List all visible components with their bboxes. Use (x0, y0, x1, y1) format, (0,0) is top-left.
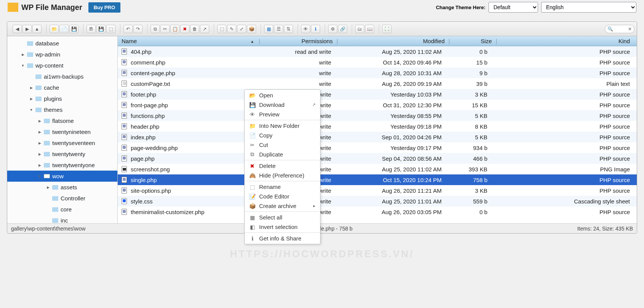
empty-button[interactable]: 🗑 (190, 25, 199, 33)
file-row[interactable]: header.phpwriteYesterday 09:18 PM8 KBPHP… (118, 121, 637, 132)
buy-pro-button[interactable]: Buy PRO (88, 2, 120, 13)
close-icon[interactable]: ✕ (628, 26, 632, 32)
tree-node-themes[interactable]: ▼themes (7, 104, 117, 115)
tree-node-flatsome[interactable]: ▶flatsome (7, 115, 117, 126)
search-box[interactable]: 🔍 ✕ (605, 25, 634, 33)
resize-button[interactable]: ⤢ (237, 25, 246, 33)
file-row[interactable]: page.phpwriteSep 04, 2020 08:56 AM466 bP… (118, 153, 637, 164)
context-item-rename[interactable]: ⬚Rename (245, 182, 320, 192)
tree-node-assets[interactable]: ▶assets (7, 182, 117, 193)
back-button[interactable]: ◀ (13, 25, 22, 33)
delete-button[interactable]: ✖ (180, 25, 189, 33)
upload-button[interactable]: 💾 (69, 25, 78, 33)
copy-button[interactable]: ⧉ (151, 25, 160, 33)
expand-arrow-icon[interactable]: ▶ (44, 185, 52, 189)
sort-button[interactable]: ⇅ (284, 25, 293, 33)
context-item-copy[interactable]: 📄Copy (245, 131, 320, 140)
file-row[interactable]: footer.phpwriteYesterday 10:03 PM3 KBPHP… (118, 89, 637, 100)
forward-button[interactable]: ▶ (22, 25, 32, 33)
context-item-hide-preference-[interactable]: 🙈Hide (Preference) (245, 171, 320, 180)
view-grid-button[interactable]: ▦ (264, 25, 273, 33)
fullscreen-button[interactable]: ⛶ (382, 25, 391, 33)
settings-button[interactable]: ⚙ (328, 25, 337, 33)
preview-button[interactable]: 👁 (301, 25, 310, 33)
expand-arrow-icon[interactable]: ▶ (35, 152, 44, 156)
paste-button[interactable]: 📋 (170, 25, 179, 33)
context-item-cut[interactable]: ✂Cut (245, 140, 320, 150)
tree-node-ai1wm-backups[interactable]: ai1wm-backups (7, 71, 117, 82)
places-button[interactable]: 🗂 (355, 25, 364, 33)
file-row[interactable]: site-options.phpwriteAug 26, 2020 11:21 … (118, 185, 637, 196)
tree-node-wow[interactable]: ▼wow (7, 171, 117, 182)
tree-node-controller[interactable]: Controller (7, 193, 117, 204)
expand-arrow-icon[interactable]: ▼ (19, 64, 27, 68)
col-name-header[interactable]: Name▲ (118, 38, 259, 44)
file-row[interactable]: 404.phpread and writeAug 25, 2020 11:02 … (118, 46, 637, 57)
context-item-delete[interactable]: ✖Delete (245, 161, 320, 171)
file-row[interactable]: comment.phpwriteOct 14, 2020 09:46 PM15 … (118, 57, 637, 68)
new-file-button[interactable]: 📄 (59, 25, 69, 33)
expand-arrow-icon[interactable]: ▶ (35, 130, 44, 134)
context-item-duplicate[interactable]: ⧉Duplicate (245, 150, 320, 159)
tree-node-twentynineteen[interactable]: ▶twentynineteen (7, 126, 117, 137)
cut-button[interactable]: ✂ (160, 25, 170, 33)
context-item-into-new-folder[interactable]: 📁Into New Folder (245, 121, 320, 131)
file-row[interactable]: functions.phpwriteYesterday 08:55 PM5 KB… (118, 110, 637, 121)
tree-node-twentytwentyone[interactable]: ▶twentytwentyone (7, 160, 117, 171)
expand-arrow-icon[interactable]: ▶ (35, 119, 44, 123)
share-button[interactable]: ↗ (200, 25, 209, 33)
tree-node-cache[interactable]: ▶cache (7, 82, 117, 93)
tree-node-twentytwenty[interactable]: ▶twentytwenty (7, 148, 117, 160)
file-row[interactable]: page-wedding.phpwriteYesterday 09:17 PM9… (118, 142, 637, 153)
context-item-preview[interactable]: 👁Preview (245, 110, 320, 119)
rename-button[interactable]: ⬚ (217, 25, 226, 33)
tree-node-wp-content[interactable]: ▼wp-content (7, 60, 117, 71)
file-row[interactable]: index.phpwriteSep 01, 2020 04:26 PM5 KBP… (118, 132, 637, 142)
context-item-invert-selection[interactable]: ◧Invert selection (245, 222, 320, 232)
folder-tree[interactable]: database▶wp-admin▼wp-contentai1wm-backup… (7, 36, 118, 223)
info-button[interactable]: ℹ (311, 25, 320, 33)
file-row[interactable]: customPage.txtwriteAug 26, 2020 09:19 AM… (118, 78, 637, 89)
file-row[interactable]: single.phpwriteOct 15, 2020 10:24 PM758 … (118, 174, 637, 185)
open-button[interactable]: 🖹 (87, 25, 96, 33)
file-row[interactable]: front-page.phpwriteOct 31, 2020 12:30 PM… (118, 100, 637, 110)
select-button[interactable]: ⬚ (106, 25, 115, 33)
file-row[interactable]: theminimalist-customizer.phpwriteAug 26,… (118, 206, 637, 217)
context-item-download[interactable]: 💾Download↗ (245, 100, 320, 110)
help-button[interactable]: 📖 (365, 25, 374, 33)
col-modified-header[interactable]: Modified (338, 38, 449, 44)
link-button[interactable]: 🔗 (338, 25, 347, 33)
col-kind-header[interactable]: Kind (497, 38, 637, 44)
tree-node-twentyseventeen[interactable]: ▶twentyseventeen (7, 137, 117, 148)
language-select[interactable]: English (541, 2, 636, 13)
tree-node-plugins[interactable]: ▶plugins (7, 93, 117, 104)
redo-button[interactable]: ↷ (133, 25, 143, 33)
tree-node-core[interactable]: core (7, 204, 117, 215)
expand-arrow-icon[interactable]: ▼ (35, 174, 44, 178)
context-item-get-info-share[interactable]: ℹGet info & Share (245, 234, 320, 243)
expand-arrow-icon[interactable]: ▶ (27, 86, 35, 90)
context-item-code-editor[interactable]: 📝Code Editor (245, 192, 320, 201)
context-item-create-archive[interactable]: 📦Create archive▸ (245, 201, 320, 211)
up-button[interactable]: ▲ (32, 25, 42, 33)
context-item-select-all[interactable]: ▦Select all (245, 213, 320, 222)
archive-button[interactable]: 📦 (247, 25, 256, 33)
theme-select[interactable]: Default (489, 2, 538, 13)
col-size-header[interactable]: Size (450, 38, 496, 44)
file-row[interactable]: screenshot.pngwriteAug 25, 2020 11:02 AM… (118, 164, 637, 174)
new-folder-button[interactable]: 📁 (50, 25, 59, 33)
file-row[interactable]: content-page.phpwriteAug 28, 2020 10:31 … (118, 68, 637, 78)
tree-node-database[interactable]: database (7, 38, 117, 49)
tree-node-wp-admin[interactable]: ▶wp-admin (7, 49, 117, 60)
col-permissions-header[interactable]: Permissions (260, 38, 336, 44)
download-button[interactable]: 💾 (96, 25, 106, 33)
expand-arrow-icon[interactable]: ▶ (19, 53, 27, 56)
expand-arrow-icon[interactable]: ▶ (35, 141, 44, 145)
file-row[interactable]: style.csswriteAug 25, 2020 11:01 AM559 b… (118, 196, 637, 206)
view-list-button[interactable]: ☰ (274, 25, 283, 33)
expand-arrow-icon[interactable]: ▶ (35, 163, 44, 167)
expand-arrow-icon[interactable]: ▼ (27, 108, 35, 112)
context-item-open[interactable]: 📂Open (245, 90, 320, 100)
edit-button[interactable]: ✎ (227, 25, 236, 33)
undo-button[interactable]: ↶ (123, 25, 133, 33)
